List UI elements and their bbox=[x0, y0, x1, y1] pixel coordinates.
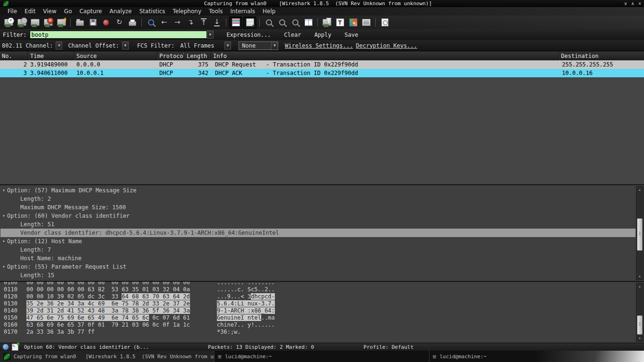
close-button[interactable]: × bbox=[638, 1, 641, 6]
channel-offset-dropdown[interactable]: ▼ bbox=[122, 41, 129, 49]
column-info[interactable]: Info bbox=[211, 51, 559, 60]
hex-line[interactable]: 0150 47 65 6e 75 69 6e 65 49 6e 74 65 6c… bbox=[4, 314, 635, 321]
detail-row-option57[interactable]: ▾Option: (57) Maximum DHCP Message Size bbox=[0, 186, 636, 195]
scroll-up-icon[interactable]: ▴ bbox=[636, 187, 643, 193]
expression-button[interactable]: Expression... bbox=[227, 32, 271, 38]
capture-restart-icon[interactable]: ↺ bbox=[55, 17, 67, 28]
hex-line[interactable]: 0140 39 2d 31 2d 41 52 43 48 3a 78 38 36… bbox=[4, 307, 635, 314]
menu-tools[interactable]: Tools bbox=[205, 8, 227, 15]
zoom-in-icon[interactable] bbox=[263, 17, 275, 28]
menu-capture[interactable]: Capture bbox=[75, 8, 106, 15]
find-packet-icon[interactable] bbox=[145, 17, 157, 28]
go-back-icon[interactable]: ← bbox=[158, 17, 170, 28]
detail-row[interactable]: Length: 2 bbox=[0, 195, 636, 203]
detail-row-selected[interactable]: Vendor class identifier: dhcpcd-5.6.4:Li… bbox=[0, 229, 636, 237]
file-save-icon[interactable] bbox=[87, 17, 99, 28]
colorize-packets-icon[interactable] bbox=[229, 16, 242, 29]
filter-dropdown-arrow[interactable]: ▼ bbox=[207, 31, 214, 39]
auto-scroll-icon[interactable] bbox=[243, 16, 256, 29]
column-no[interactable]: No. bbox=[0, 51, 28, 60]
edit-comment-icon[interactable] bbox=[12, 344, 18, 351]
column-destination[interactable]: Destination bbox=[559, 51, 644, 60]
expander-icon[interactable]: ▾ bbox=[0, 186, 7, 195]
menu-telephony[interactable]: Telephony bbox=[169, 8, 205, 15]
go-to-top-icon[interactable]: ↑ bbox=[198, 17, 210, 28]
column-length[interactable]: Length bbox=[185, 51, 211, 60]
reload-icon[interactable]: ↻ bbox=[113, 17, 125, 28]
hex-line[interactable]: 0100 00 00 00 00 00 00 00 00 00 00 00 00… bbox=[4, 281, 635, 286]
decryption-keys-button[interactable]: Decryption Keys... bbox=[356, 42, 417, 49]
scroll-up-icon[interactable]: ▴ bbox=[636, 283, 643, 289]
capture-start-icon[interactable] bbox=[29, 17, 41, 28]
detail-row-option55[interactable]: ▾Option: (55) Parameter Request List bbox=[0, 263, 636, 271]
hex-line[interactable]: 0110 00 00 00 00 00 00 63 82 53 63 35 01… bbox=[4, 286, 635, 293]
interface-list-icon[interactable]: ≡ bbox=[2, 17, 15, 28]
scroll-down-icon[interactable]: ▾ bbox=[636, 273, 643, 280]
detail-row-option60[interactable]: ▾Option: (60) Vendor class identifier bbox=[0, 212, 636, 220]
menu-file[interactable]: File bbox=[4, 8, 21, 15]
capture-filter-icon[interactable] bbox=[321, 17, 333, 28]
scroll-thumb[interactable] bbox=[637, 315, 643, 335]
file-close-icon[interactable] bbox=[100, 17, 112, 28]
expert-info-icon[interactable] bbox=[2, 344, 9, 350]
detail-row[interactable]: Maximum DHCP Message Size: 1500 bbox=[0, 203, 636, 212]
detail-row[interactable]: Length: 51 bbox=[0, 220, 636, 229]
menu-go[interactable]: Go bbox=[60, 8, 76, 15]
save-button[interactable]: Save bbox=[345, 32, 358, 38]
display-filter-icon[interactable] bbox=[334, 17, 346, 28]
channel-dropdown[interactable]: ▼ bbox=[56, 41, 62, 49]
resize-columns-icon[interactable] bbox=[302, 17, 314, 28]
taskbar-item-terminal-1[interactable]: ≡ lucid@machine:~ bbox=[215, 351, 429, 362]
filter-input[interactable] bbox=[30, 31, 207, 39]
decryption-mode-combo[interactable]: None ▼ bbox=[239, 41, 278, 50]
zoom-100-icon[interactable] bbox=[289, 17, 301, 28]
file-open-icon[interactable] bbox=[74, 17, 86, 28]
menu-view[interactable]: View bbox=[39, 8, 60, 15]
menu-analyze[interactable]: Analyze bbox=[106, 8, 135, 15]
hex-line[interactable]: 0120 00 00 10 39 02 05 dc 3c 33 64 68 63… bbox=[4, 293, 635, 300]
preferences-icon[interactable] bbox=[360, 17, 372, 28]
hex-line[interactable]: 0130 35 2e 36 2e 34 3a 4c 69 6e 75 78 2d… bbox=[4, 300, 635, 307]
expander-icon[interactable]: ▾ bbox=[0, 263, 7, 271]
expander-icon[interactable]: ▾ bbox=[0, 237, 7, 246]
clear-button[interactable]: Clear bbox=[284, 32, 301, 38]
column-time[interactable]: Time bbox=[28, 51, 74, 60]
detail-row[interactable]: Length: 7 bbox=[0, 246, 636, 254]
hex-scrollbar[interactable]: ▴ ▾ bbox=[636, 283, 644, 342]
column-source[interactable]: Source bbox=[74, 51, 157, 60]
print-icon[interactable] bbox=[126, 17, 139, 28]
scroll-down-icon[interactable]: ▾ bbox=[636, 335, 643, 341]
column-protocol[interactable]: Protocol bbox=[157, 51, 185, 60]
taskbar-item-wireshark[interactable]: Capturing from wlan0 [Wireshark 1.8.5 (S… bbox=[0, 351, 215, 362]
hex-line[interactable]: 0170 2a 33 36 3a 3b 77 ff *36:;w. bbox=[4, 329, 635, 336]
taskbar-item-terminal-2[interactable]: ≡ lucid@machine:~ bbox=[429, 351, 644, 362]
apply-button[interactable]: Apply bbox=[314, 32, 331, 38]
maximize-button[interactable]: ∧ bbox=[631, 1, 634, 6]
go-to-bottom-icon[interactable]: ↓ bbox=[211, 17, 223, 28]
help-icon[interactable] bbox=[379, 17, 391, 28]
capture-stop-icon[interactable]: × bbox=[42, 17, 54, 28]
detail-row[interactable]: Host Name: machine bbox=[0, 254, 636, 263]
capture-options-icon[interactable] bbox=[16, 17, 28, 28]
go-forward-icon[interactable]: → bbox=[171, 17, 183, 28]
coloring-rules-icon[interactable] bbox=[347, 17, 359, 28]
detail-row[interactable]: Length: 15 bbox=[0, 271, 636, 280]
wireless-settings-button[interactable]: Wireless Settings... bbox=[285, 42, 353, 49]
expander-icon[interactable]: ▾ bbox=[0, 212, 7, 220]
minimize-button[interactable]: ∨ bbox=[624, 1, 627, 6]
hex-line[interactable]: 0160 63 68 69 6e 65 37 0f 01 79 21 03 06… bbox=[4, 321, 635, 329]
decryption-mode-arrow[interactable]: ▼ bbox=[271, 42, 278, 49]
scroll-thumb[interactable] bbox=[637, 218, 643, 251]
fcs-filter-dropdown[interactable]: ▼ bbox=[224, 41, 231, 49]
packet-row-3-selected[interactable]: 3 3.940611000 10.0.0.1 DHCP 342 DHCP ACK… bbox=[0, 69, 644, 77]
zoom-out-icon[interactable] bbox=[276, 17, 288, 28]
menu-edit[interactable]: Edit bbox=[21, 8, 39, 15]
menu-statistics[interactable]: Statistics bbox=[135, 8, 169, 15]
go-to-packet-icon[interactable]: ↴ bbox=[184, 17, 197, 28]
detail-row-option12[interactable]: ▾Option: (12) Host Name bbox=[0, 237, 636, 246]
details-scrollbar[interactable]: ▴ ▾ bbox=[636, 186, 644, 280]
menu-internals[interactable]: Internals bbox=[227, 8, 259, 15]
menu-help[interactable]: Help bbox=[259, 8, 279, 15]
packet-row-2[interactable]: 2 3.919489000 0.0.0.0 DHCP 375 DHCP Requ… bbox=[0, 60, 644, 69]
profile-status[interactable]: Profile: Default bbox=[363, 344, 413, 350]
